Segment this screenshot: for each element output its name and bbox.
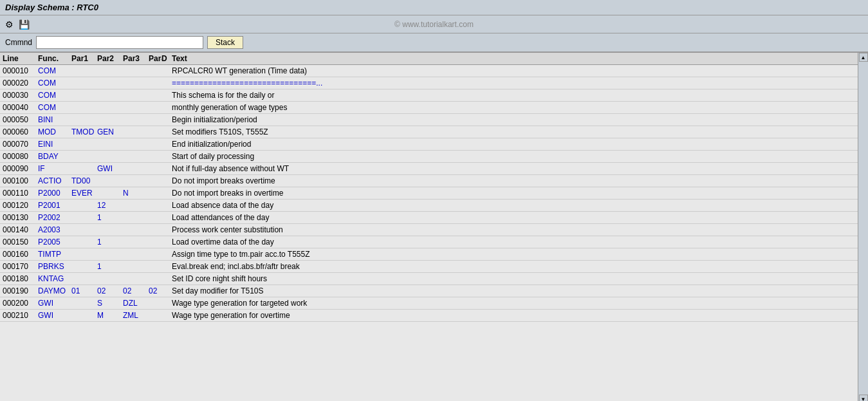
- column-headers: Line Func. Par1 Par2 Par3 Par4 D Text: [0, 53, 858, 65]
- cell-func: P2000: [38, 189, 71, 198]
- table-row[interactable]: 000070 EINI End initialization/period: [0, 138, 858, 151]
- cell-line: 000130: [3, 213, 38, 222]
- table-row[interactable]: 000130 P2002 1 Load attendances of the d…: [0, 212, 858, 224]
- cell-func: COM: [38, 91, 71, 100]
- cell-text: Process work center substitution: [172, 225, 855, 234]
- header-par2: Par2: [97, 54, 123, 63]
- cell-par3: N: [123, 189, 149, 198]
- cell-line: 000160: [3, 250, 38, 259]
- cell-line: 000040: [3, 103, 38, 112]
- cell-par2: M: [97, 311, 123, 320]
- cell-line: 000010: [3, 66, 38, 75]
- cell-text: Not if full-day absence without WT: [172, 164, 855, 173]
- cell-par2: GWI: [97, 164, 123, 173]
- table-row[interactable]: 000210 GWI M ZML Wage type generation fo…: [0, 310, 858, 322]
- cell-par2: 02: [97, 286, 123, 295]
- header-func: Func.: [38, 54, 71, 63]
- command-label: Cmmnd: [5, 38, 32, 47]
- header-par4: Par4: [149, 54, 162, 63]
- cell-par4: 02: [149, 286, 162, 295]
- cell-text: Eval.break end; incl.abs.bfr/aftr break: [172, 262, 855, 271]
- cell-text: Set ID core night shift hours: [172, 274, 855, 283]
- header-d: D: [162, 54, 172, 63]
- table-row[interactable]: 000030 COM This schema is for the daily …: [0, 89, 858, 102]
- cell-text: Set modifiers T510S, T555Z: [172, 127, 855, 136]
- cell-line: 000020: [3, 79, 38, 88]
- cell-text: Load absence data of the day: [172, 201, 855, 210]
- cell-func: P2001: [38, 201, 71, 210]
- table-row[interactable]: 000110 P2000 EVER N Do not import breaks…: [0, 187, 858, 200]
- cell-par2: S: [97, 299, 123, 308]
- cell-line: 000030: [3, 91, 38, 100]
- cell-par1: TMOD: [71, 127, 97, 136]
- command-bar: Cmmnd Stack: [0, 33, 868, 53]
- cell-func: IF: [38, 164, 71, 173]
- cell-func: COM: [38, 66, 71, 75]
- table-row[interactable]: 000120 P2001 12 Load absence data of the…: [0, 200, 858, 212]
- cell-text: Start of daily processing: [172, 152, 855, 161]
- cell-func: P2005: [38, 238, 71, 247]
- cell-text: Wage type generation for overtime: [172, 311, 855, 320]
- table-row[interactable]: 000150 P2005 1 Load overtime data of the…: [0, 236, 858, 248]
- table-row[interactable]: 000040 COM monthly generation of wage ty…: [0, 102, 858, 114]
- cell-line: 000200: [3, 299, 38, 308]
- cell-func: TIMTP: [38, 250, 71, 259]
- cell-text: Wage type generation for targeted work: [172, 299, 855, 308]
- title-bar: Display Schema : RTC0: [0, 0, 868, 15]
- cell-text: Do not import breaks in overtime: [172, 189, 855, 198]
- cell-par2: 1: [97, 262, 123, 271]
- cell-par1: EVER: [71, 189, 97, 198]
- cell-par2: 1: [97, 238, 123, 247]
- cell-func: KNTAG: [38, 274, 71, 283]
- settings-icon[interactable]: ⚙: [5, 19, 14, 30]
- stack-button[interactable]: Stack: [207, 36, 243, 49]
- cell-func: MOD: [38, 127, 71, 136]
- cell-text: This schema is for the daily or: [172, 91, 855, 100]
- table-row[interactable]: 000010 COM RPCALCR0 WT generation (Time …: [0, 65, 858, 77]
- table-row[interactable]: 000080 BDAY Start of daily processing: [0, 151, 858, 163]
- table-row[interactable]: 000090 IF GWI Not if full-day absence wi…: [0, 163, 858, 175]
- cell-text: monthly generation of wage types: [172, 103, 855, 112]
- scroll-down-arrow[interactable]: ▼: [859, 395, 868, 401]
- cell-text: RPCALCR0 WT generation (Time data): [172, 66, 855, 75]
- cell-line: 000150: [3, 238, 38, 247]
- cell-line: 000120: [3, 201, 38, 210]
- cell-line: 000050: [3, 115, 38, 124]
- cell-text: Load attendances of the day: [172, 213, 855, 222]
- cell-line: 000060: [3, 127, 38, 136]
- cell-par2: GEN: [97, 127, 123, 136]
- save-icon[interactable]: 💾: [19, 19, 30, 30]
- cell-par3: DZL: [123, 299, 149, 308]
- watermark: © www.tutorialkart.com: [394, 20, 474, 29]
- cell-func: COM: [38, 103, 71, 112]
- table-row[interactable]: 000170 PBRKS 1 Eval.break end; incl.abs.…: [0, 261, 858, 273]
- cell-func: EINI: [38, 140, 71, 149]
- main-content: ▲ ▼ Line Func. Par1 Par2 Par3 Par4 D Tex…: [0, 53, 868, 401]
- cell-text: Set day modifier for T510S: [172, 286, 855, 295]
- table-row[interactable]: 000140 A2003 Process work center substit…: [0, 224, 858, 236]
- table-row[interactable]: 000200 GWI S DZL Wage type generation fo…: [0, 297, 858, 310]
- command-input[interactable]: [36, 36, 203, 49]
- table-row[interactable]: 000190 DAYMO 01 02 02 02 Set day modifie…: [0, 285, 858, 297]
- table-row[interactable]: 000060 MOD TMOD GEN Set modifiers T510S,…: [0, 126, 858, 138]
- cell-func: COM: [38, 79, 71, 88]
- cell-par1: 01: [71, 286, 97, 295]
- cell-text: Do not import breaks overtime: [172, 176, 855, 185]
- table-row[interactable]: 000020 COM =============================…: [0, 77, 858, 89]
- cell-line: 000100: [3, 176, 38, 185]
- cell-func: ACTIO: [38, 176, 71, 185]
- cell-func: DAYMO: [38, 286, 71, 295]
- cell-line: 000090: [3, 164, 38, 173]
- table-row[interactable]: 000100 ACTIO TD00 Do not import breaks o…: [0, 175, 858, 187]
- header-par3: Par3: [123, 54, 149, 63]
- table-row[interactable]: 000180 KNTAG Set ID core night shift hou…: [0, 273, 858, 285]
- table-container: Line Func. Par1 Par2 Par3 Par4 D Text 00…: [0, 53, 858, 322]
- scroll-up-arrow[interactable]: ▲: [859, 53, 868, 62]
- cell-line: 000140: [3, 225, 38, 234]
- cell-func: BDAY: [38, 152, 71, 161]
- table-row[interactable]: 000050 BINI Begin initialization/period: [0, 114, 858, 126]
- cell-line: 000170: [3, 262, 38, 271]
- cell-par3: ZML: [123, 311, 149, 320]
- scrollbar[interactable]: ▲ ▼: [858, 53, 868, 401]
- table-row[interactable]: 000160 TIMTP Assign time type to tm.pair…: [0, 248, 858, 261]
